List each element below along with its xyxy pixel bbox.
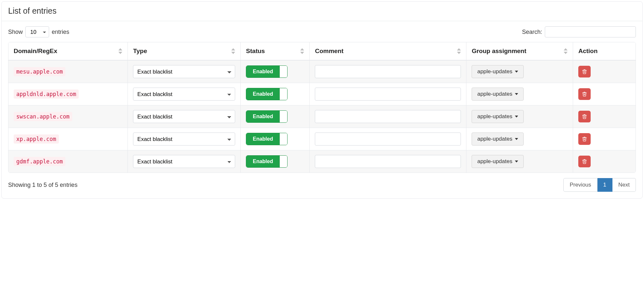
col-action: Action	[573, 42, 636, 60]
status-toggle[interactable]: Enabled	[246, 65, 288, 78]
trash-icon	[582, 159, 587, 164]
group-assignment-dropdown[interactable]: apple-updates	[472, 133, 524, 146]
delete-button[interactable]	[578, 66, 591, 77]
type-select[interactable]: Exact blacklist	[133, 133, 235, 146]
length-prefix: Show	[8, 29, 23, 35]
group-assignment-dropdown[interactable]: apple-updates	[472, 110, 524, 123]
domain-value: xp.apple.com	[14, 134, 59, 144]
status-label: Enabled	[246, 88, 279, 100]
entries-panel: List of entries Show 102550100 entries S…	[1, 1, 643, 199]
caret-down-icon	[515, 71, 518, 73]
trash-icon	[582, 69, 587, 75]
page-number-button[interactable]: 1	[597, 178, 612, 192]
table-row: swscan.apple.comExact blacklistEnabledap…	[8, 105, 636, 128]
group-assignment-dropdown[interactable]: apple-updates	[472, 155, 524, 168]
status-toggle[interactable]: Enabled	[246, 133, 288, 145]
type-select[interactable]: Exact blacklist	[133, 110, 235, 123]
delete-button[interactable]	[578, 88, 591, 100]
sort-icon	[457, 48, 462, 54]
status-toggle[interactable]: Enabled	[246, 155, 288, 168]
comment-input[interactable]	[315, 88, 461, 101]
panel-body: Show 102550100 entries Search: Domain/Re…	[2, 21, 642, 198]
table-footer: Showing 1 to 5 of 5 entries Previous 1 N…	[8, 178, 636, 192]
comment-input[interactable]	[315, 65, 461, 78]
trash-icon	[582, 91, 587, 97]
status-toggle[interactable]: Enabled	[246, 88, 288, 100]
col-status[interactable]: Status	[240, 42, 309, 60]
col-type[interactable]: Type	[127, 42, 240, 60]
panel-title: List of entries	[2, 2, 642, 21]
delete-button[interactable]	[578, 133, 591, 145]
delete-button[interactable]	[578, 111, 591, 122]
table-info: Showing 1 to 5 of 5 entries	[8, 182, 77, 188]
trash-icon	[582, 114, 587, 119]
caret-down-icon	[515, 138, 518, 140]
group-label: apple-updates	[477, 91, 512, 97]
toggle-knob	[279, 111, 287, 122]
domain-value: gdmf.apple.com	[14, 157, 65, 166]
caret-down-icon	[515, 116, 518, 118]
search-control: Search:	[522, 26, 636, 37]
col-group[interactable]: Group assignment	[466, 42, 573, 60]
domain-value: mesu.apple.com	[14, 67, 65, 76]
pagination: Previous 1 Next	[563, 178, 636, 192]
comment-input[interactable]	[315, 133, 461, 146]
comment-input[interactable]	[315, 110, 461, 123]
group-assignment-dropdown[interactable]: apple-updates	[472, 65, 524, 78]
group-label: apple-updates	[477, 113, 512, 120]
search-input[interactable]	[545, 26, 636, 37]
status-label: Enabled	[246, 111, 279, 122]
col-domain[interactable]: Domain/RegEx	[8, 42, 127, 60]
table-controls: Show 102550100 entries Search:	[8, 26, 636, 37]
type-select[interactable]: Exact blacklist	[133, 155, 235, 168]
trash-icon	[582, 136, 587, 142]
sort-icon	[300, 48, 305, 54]
col-comment[interactable]: Comment	[309, 42, 466, 60]
search-label: Search:	[522, 29, 542, 35]
status-label: Enabled	[246, 133, 279, 145]
group-label: apple-updates	[477, 68, 512, 75]
status-toggle[interactable]: Enabled	[246, 110, 288, 123]
delete-button[interactable]	[578, 156, 591, 167]
group-label: apple-updates	[477, 136, 512, 142]
length-suffix: entries	[52, 29, 69, 35]
table-row: appldnld.apple.comExact blacklistEnabled…	[8, 83, 636, 105]
caret-down-icon	[515, 160, 518, 162]
page-next-button[interactable]: Next	[612, 178, 636, 192]
group-label: apple-updates	[477, 158, 512, 165]
toggle-knob	[279, 88, 287, 100]
length-menu: Show 102550100 entries	[8, 26, 69, 37]
type-select[interactable]: Exact blacklist	[133, 65, 235, 78]
entries-table: Domain/RegEx Type Status Comment Group a…	[8, 42, 636, 173]
entries-per-page-select[interactable]: 102550100	[25, 26, 49, 37]
page-previous-button[interactable]: Previous	[563, 178, 597, 192]
sort-icon	[118, 48, 124, 54]
toggle-knob	[279, 133, 287, 145]
type-select[interactable]: Exact blacklist	[133, 88, 235, 101]
sort-icon	[231, 48, 236, 54]
toggle-knob	[279, 66, 287, 77]
domain-value: swscan.apple.com	[14, 112, 72, 121]
table-row: xp.apple.comExact blacklistEnabledapple-…	[8, 128, 636, 150]
table-row: gdmf.apple.comExact blacklistEnabledappl…	[8, 150, 636, 173]
status-label: Enabled	[246, 66, 279, 77]
caret-down-icon	[515, 93, 518, 95]
status-label: Enabled	[246, 156, 279, 167]
group-assignment-dropdown[interactable]: apple-updates	[472, 88, 524, 101]
comment-input[interactable]	[315, 155, 461, 168]
domain-value: appldnld.apple.com	[14, 90, 79, 99]
table-row: mesu.apple.comExact blacklistEnabledappl…	[8, 60, 636, 83]
sort-icon	[564, 48, 569, 54]
toggle-knob	[279, 156, 287, 167]
